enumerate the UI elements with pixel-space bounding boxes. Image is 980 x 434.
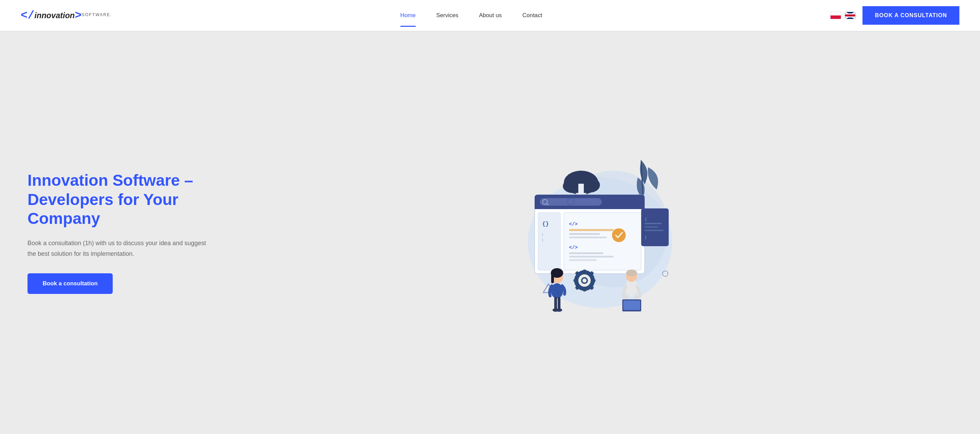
svg-rect-25 bbox=[569, 256, 614, 258]
nav-item-about[interactable]: About us bbox=[479, 12, 502, 19]
svg-rect-47 bbox=[591, 279, 595, 282]
nav-link-contact[interactable]: Contact bbox=[522, 12, 542, 21]
nav-links: Home Services About us Contact bbox=[400, 12, 542, 19]
svg-text:{}: {} bbox=[542, 221, 549, 227]
svg-rect-20 bbox=[569, 229, 614, 231]
hero-description: Book a consultation (1h) with us to disc… bbox=[27, 238, 206, 259]
svg-text:|: | bbox=[541, 233, 544, 237]
nav-link-home[interactable]: Home bbox=[400, 12, 416, 21]
svg-text:{: { bbox=[644, 217, 647, 222]
logo-software: SOFTWARE. bbox=[82, 13, 112, 17]
svg-rect-24 bbox=[569, 252, 603, 254]
book-consultation-button[interactable]: BOOK A CONSULTATION bbox=[862, 6, 959, 25]
hero-section: Innovation Software – Developers for You… bbox=[0, 31, 980, 434]
nav-right: BOOK A CONSULTATION bbox=[830, 6, 959, 25]
logo-bracket-open: </ bbox=[21, 9, 34, 22]
hero-title: Innovation Software – Developers for You… bbox=[27, 171, 240, 228]
language-switcher bbox=[830, 12, 856, 19]
svg-point-56 bbox=[626, 269, 637, 276]
svg-rect-11 bbox=[540, 198, 602, 206]
nav-link-services[interactable]: Services bbox=[436, 12, 458, 21]
svg-text:}: } bbox=[644, 236, 647, 240]
hero-title-dash: – bbox=[180, 171, 193, 189]
svg-rect-46 bbox=[573, 279, 578, 282]
svg-rect-36 bbox=[558, 297, 560, 310]
hero-illustration-svg: {} | | </> </> { bbox=[507, 150, 686, 315]
svg-rect-45 bbox=[583, 287, 586, 291]
hero-illustration: {} | | </> </> { bbox=[240, 150, 953, 315]
nav-item-contact[interactable]: Contact bbox=[522, 12, 542, 19]
nav-link-about[interactable]: About us bbox=[479, 12, 502, 21]
svg-rect-26 bbox=[569, 259, 597, 261]
svg-rect-32 bbox=[644, 230, 663, 231]
svg-rect-44 bbox=[583, 269, 586, 274]
svg-point-27 bbox=[612, 228, 626, 242]
svg-rect-60 bbox=[623, 301, 640, 310]
svg-text:</>: </> bbox=[569, 222, 578, 227]
svg-point-53 bbox=[582, 279, 587, 283]
svg-rect-22 bbox=[569, 236, 607, 238]
svg-point-38 bbox=[556, 308, 562, 312]
svg-text:</>: </> bbox=[569, 245, 578, 250]
flag-polish[interactable] bbox=[830, 12, 841, 19]
hero-title-blue: Innovation Software bbox=[27, 171, 180, 189]
navbar: </ innovation > SOFTWARE. Home Services … bbox=[0, 0, 980, 31]
svg-rect-41 bbox=[551, 273, 554, 283]
svg-rect-21 bbox=[569, 233, 600, 235]
hero-title-rest: Developers for Your Company bbox=[27, 190, 178, 228]
svg-rect-35 bbox=[554, 297, 557, 310]
logo-name: innovation bbox=[34, 11, 75, 20]
svg-text:|: | bbox=[541, 238, 544, 242]
logo[interactable]: </ innovation > SOFTWARE. bbox=[21, 9, 112, 22]
flag-english[interactable] bbox=[845, 12, 856, 19]
nav-item-home[interactable]: Home bbox=[400, 12, 416, 19]
svg-rect-30 bbox=[644, 223, 662, 224]
hero-content: Innovation Software – Developers for You… bbox=[27, 171, 240, 294]
logo-bracket-close: > bbox=[75, 9, 82, 22]
hero-cta-button[interactable]: Book a consultation bbox=[27, 273, 113, 294]
nav-item-services[interactable]: Services bbox=[436, 12, 458, 19]
svg-rect-31 bbox=[644, 226, 659, 228]
